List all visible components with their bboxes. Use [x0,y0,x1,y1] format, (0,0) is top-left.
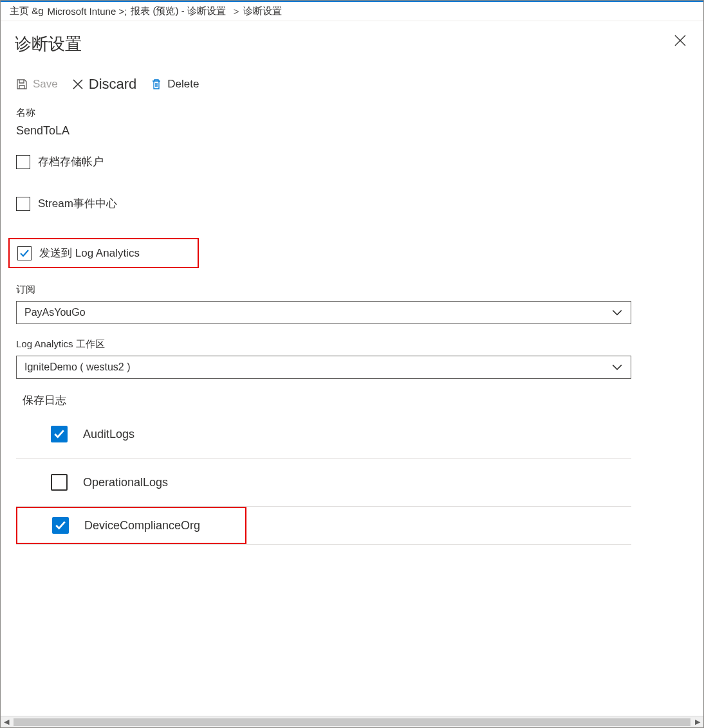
close-icon [674,34,687,47]
log-row-auditlogs[interactable]: AuditLogs [16,410,631,459]
discard-icon [71,77,85,91]
chevron-down-icon [611,307,623,318]
scroll-right-icon[interactable]: ▶ [692,718,703,726]
checkbox-checked-icon [17,246,32,260]
send-log-analytics-checkbox[interactable]: 发送到 Log Analytics [17,246,190,260]
discard-label: Discard [89,76,137,93]
device-compliance-highlight: DeviceComplianceOrg [16,507,246,544]
name-value: SendToLA [16,124,689,138]
stream-event-hub-label: Stream事件中心 [38,196,117,211]
send-log-analytics-highlight: 发送到 Log Analytics [8,238,199,268]
workspace-label: Log Analytics 工作区 [16,338,689,350]
subscription-value: PayAsYouGo [24,307,86,318]
checkbox-checked-icon [51,426,68,442]
log-row-devicecompliance[interactable]: DeviceComplianceOrg [52,517,237,534]
save-label: Save [33,78,58,91]
workspace-value: IgniteDemo ( westus2 ) [24,361,131,373]
logs-header: 保存日志 [23,393,689,408]
save-icon [15,77,29,91]
scrollbar-thumb[interactable] [14,718,690,726]
delete-icon [149,77,163,91]
log-row-operationallogs[interactable]: OperationalLogs [16,459,631,507]
archive-storage-label: 存档存储帐户 [38,154,104,169]
checkbox-unchecked-icon [16,155,30,169]
delete-button[interactable]: Delete [149,77,199,91]
chevron-down-icon [611,361,623,373]
checkbox-checked-icon [52,517,69,534]
close-button[interactable] [674,34,687,50]
breadcrumb-item-diagnostics: 诊断设置 [243,5,282,17]
checkbox-unchecked-icon [51,474,68,491]
panel-title: 诊断设置 [15,33,689,55]
horizontal-scrollbar[interactable]: ◀ ▶ [1,716,703,727]
archive-storage-checkbox[interactable]: 存档存储帐户 [16,154,689,169]
breadcrumb-item-reports[interactable]: 报表 (预览) - 诊断设置 [131,5,226,17]
chevron-right-icon: > [234,6,239,17]
breadcrumb: 主页 &g Microsoft Intune >; 报表 (预览) - 诊断设置… [1,2,703,21]
subscription-label: 订阅 [16,284,689,296]
name-label: 名称 [16,107,689,119]
scroll-left-icon[interactable]: ◀ [1,718,12,726]
stream-event-hub-checkbox[interactable]: Stream事件中心 [16,196,689,211]
log-label: AuditLogs [83,428,134,441]
checkbox-unchecked-icon [16,197,30,211]
subscription-dropdown[interactable]: PayAsYouGo [16,301,631,324]
breadcrumb-item-home[interactable]: 主页 &g [10,5,44,17]
save-button[interactable]: Save [15,77,58,91]
send-log-analytics-label: 发送到 Log Analytics [39,246,140,260]
log-label: OperationalLogs [83,476,168,489]
log-label: DeviceComplianceOrg [84,519,200,532]
workspace-dropdown[interactable]: IgniteDemo ( westus2 ) [16,356,631,379]
delete-label: Delete [167,78,199,91]
discard-button[interactable]: Discard [71,76,137,93]
breadcrumb-item-intune[interactable]: Microsoft Intune >; [48,6,127,17]
